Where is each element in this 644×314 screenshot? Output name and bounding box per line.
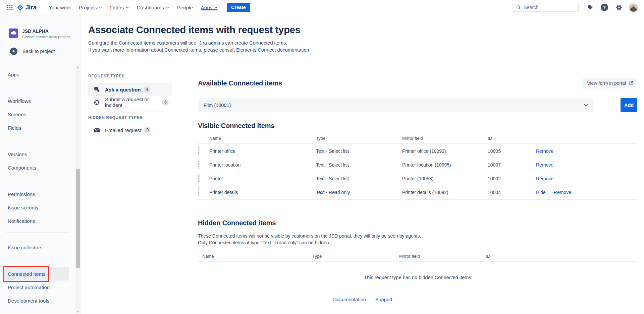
count-badge: 0 [144,127,151,133]
sidebar-item-workflows[interactable]: Workflows [0,94,80,108]
remove-link[interactable]: Remove [554,190,571,195]
sidebar-item-apps[interactable]: Apps [0,68,80,81]
sidebar-item-connected-items[interactable]: Connected items [5,267,69,280]
sidebar-item-fields[interactable]: Fields [0,121,80,134]
column-id: ID [486,254,637,259]
table-row: Printer office Text - Select list Printe… [198,144,637,158]
sidebar-item-permissions[interactable]: Permissions [0,187,80,201]
view-form-in-portal-button[interactable]: View form in portal [583,78,637,88]
remove-link[interactable]: Remove [536,176,553,181]
sidebar-item-versions[interactable]: Versions [0,147,80,161]
column-type: Type [316,136,402,141]
sidebar-divider [6,179,69,179]
remove-link[interactable]: Remove [536,162,553,168]
app-switcher-button[interactable] [5,0,14,15]
column-mirror-field: Mirror field [399,254,486,259]
bell-icon [586,4,594,11]
sidebar-item-components[interactable]: Components [0,161,80,174]
settings-button[interactable] [614,3,623,12]
sidebar-item-development-tools[interactable]: Development tools [0,294,80,307]
connected-items-panel: Available Connected items View form in p… [198,74,637,280]
app-grid-icon [7,5,13,10]
cell-mirror-field: Printer location (10095) [402,162,488,168]
footer: Documentation Support [88,297,637,302]
drag-handle-icon[interactable] [198,161,201,169]
request-type-submit-a-request-or-incident[interactable]: Submit a request or incident 6 [88,96,172,109]
support-link[interactable]: Support [375,297,392,302]
scrollbar-thumb[interactable] [76,169,80,268]
search-input[interactable] [523,4,575,10]
cell-type: Text - Select list [316,162,402,168]
chevron-down-icon [99,7,102,8]
documentation-link[interactable]: Documentation [333,297,366,302]
drag-handle-icon[interactable] [198,147,201,155]
remove-link[interactable]: Remove [536,148,553,154]
column-id: ID [488,136,536,141]
content-bottom-divider [80,308,644,308]
sidebar-item-notifications[interactable]: Notifications [0,214,80,228]
sidebar-divider [6,86,69,86]
main-content: Associate Connected items with request t… [80,15,644,314]
elements-connect-documentation-link[interactable]: Elements Connect documentation. [236,47,311,53]
sidebar-scrollbar[interactable]: ▲ ▼ [75,65,80,314]
cell-id: 10002 [488,176,536,181]
sidebar-item-issue-security[interactable]: Issue security [0,201,80,214]
cell-name: Printer [209,176,316,181]
help-button[interactable]: ? [600,3,609,12]
table-row: Printer location Text - Select list Prin… [198,158,637,172]
request-types-header: REQUEST TYPES [88,74,172,78]
hide-link[interactable]: Hide [536,190,546,195]
drag-handle-icon[interactable] [198,174,201,183]
jira-logo[interactable]: Jira [17,4,37,11]
cell-type: Text - Select list [316,148,402,154]
nav-people[interactable]: People [173,5,197,10]
back-to-project-button[interactable]: Back to project [10,48,80,55]
top-navigation-bar: Jira Your work Projects Filters Dashboar… [0,0,644,15]
sidebar-divider [6,139,69,139]
count-badge: 6 [162,99,169,106]
intro-line-2: If you want more information about Conne… [88,47,637,54]
create-button[interactable]: Create [227,3,250,12]
project-title-block: JSD ALPHA Classic service desk project [22,28,70,39]
user-avatar[interactable] [629,3,638,12]
request-types-panel: REQUEST TYPES Ask a question [88,74,172,136]
notifications-button[interactable] [586,3,594,12]
select-value: Film (10001) [204,103,231,108]
cell-mirror-field: Printer (10058) [402,176,488,181]
chevron-down-icon [166,7,169,8]
cell-mirror-field: Printer details (10092) [402,190,488,195]
hidden-section-description: These Connected items will not be visibl… [198,233,637,246]
column-type: Type [312,254,399,259]
global-search[interactable] [513,3,579,12]
project-subtitle: Classic service desk project [22,35,70,39]
add-button[interactable]: Add [621,98,637,112]
nav-dashboards[interactable]: Dashboards [133,5,173,10]
topnav-left: Jira Your work Projects Filters Dashboar… [5,0,250,15]
sidebar-item-issue-collectors[interactable]: Issue collectors [0,241,80,254]
intro-line-1: Configure the Connected items customers … [88,40,637,47]
request-type-ask-a-question[interactable]: Ask a question 4 [88,83,172,96]
topnav-menu: Your work Projects Filters Dashboards Pe… [45,5,221,10]
table-header-row: Name Type Mirror field ID [198,254,637,262]
cell-id: 10007 [488,162,536,168]
page-title: Associate Connected items with request t… [88,24,637,36]
sidebar-item-project-automation[interactable]: Project automation [0,280,80,294]
gear-icon [615,4,623,11]
count-badge: 4 [144,86,151,93]
search-icon [516,5,521,9]
request-type-emailed-request[interactable]: Emailed request 0 [88,124,172,136]
nav-apps[interactable]: Apps [197,5,221,10]
project-header: JSD ALPHA Classic service desk project [0,15,80,39]
scroll-up-arrow-icon[interactable]: ▲ [75,65,80,70]
available-items-select[interactable]: Film (10001) [198,98,594,112]
sidebar-item-screens[interactable]: Screens [0,108,80,121]
drag-handle-icon[interactable] [198,188,201,196]
empty-table-message: This request type has no hidden Connecte… [198,275,637,280]
nav-projects[interactable]: Projects [75,5,106,10]
nav-your-work[interactable]: Your work [45,5,75,10]
scroll-down-arrow-icon[interactable]: ▼ [75,309,80,314]
cell-mirror-field: Printer office (10093) [402,148,488,154]
topnav-icons: ? [586,3,638,12]
chevron-down-icon [214,7,217,8]
nav-filters[interactable]: Filters [106,5,133,10]
